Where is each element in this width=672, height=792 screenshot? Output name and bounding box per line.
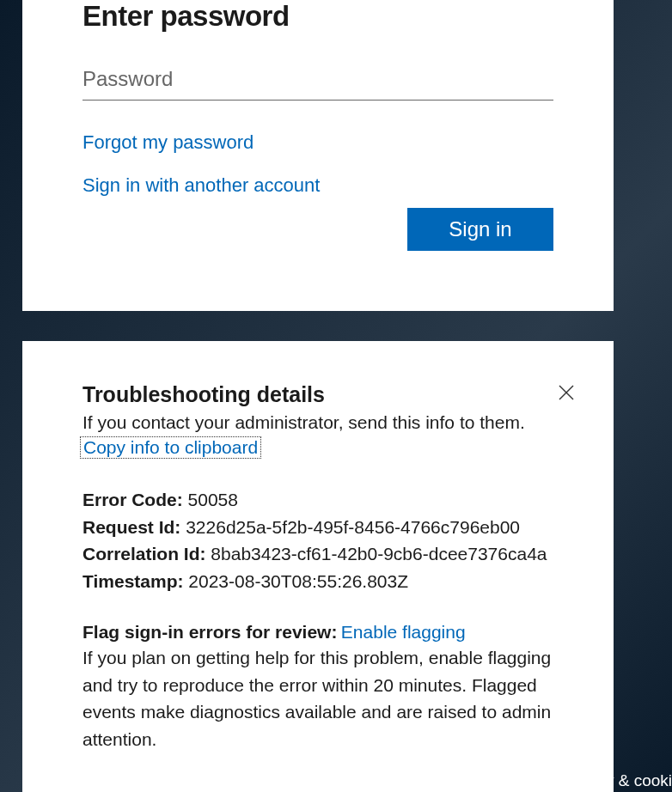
details-title: Troubleshooting details	[82, 382, 553, 407]
request-id-label: Request Id:	[82, 517, 180, 537]
correlation-id-row: Correlation Id: 8bab3423-cf61-42b0-9cb6-…	[82, 540, 553, 568]
flag-title: Flag sign-in errors for review:	[82, 622, 337, 642]
forgot-password-link[interactable]: Forgot my password	[82, 131, 254, 154]
request-id-value: 3226d25a-5f2b-495f-8456-4766c796eb00	[186, 517, 520, 537]
flag-description: If you plan on getting help for this pro…	[82, 644, 553, 752]
timestamp-row: Timestamp: 2023-08-30T08:55:26.803Z	[82, 568, 553, 595]
detail-list: Error Code: 50058 Request Id: 3226d25a-5…	[82, 486, 553, 594]
error-code-value: 50058	[188, 490, 238, 509]
timestamp-label: Timestamp:	[82, 571, 183, 591]
login-title: Enter password	[82, 0, 553, 33]
signin-button[interactable]: Sign in	[407, 208, 553, 251]
privacy-link[interactable]: Privacy & cooki	[560, 771, 672, 790]
login-card: Enter password Forgot my password Sign i…	[22, 0, 614, 311]
copy-clipboard-link[interactable]: Copy info to clipboard	[80, 436, 261, 459]
another-account-link[interactable]: Sign in with another account	[82, 174, 320, 197]
close-icon[interactable]	[558, 384, 575, 401]
error-code-row: Error Code: 50058	[82, 486, 553, 514]
enable-flagging-link[interactable]: Enable flagging	[341, 622, 466, 642]
timestamp-value: 2023-08-30T08:55:26.803Z	[188, 571, 408, 591]
footer: Terms of use Privacy & cooki	[443, 771, 672, 790]
troubleshooting-card: Troubleshooting details If you contact y…	[22, 341, 614, 792]
error-code-label: Error Code:	[82, 490, 183, 509]
details-subtitle: If you contact your administrator, send …	[82, 412, 553, 433]
correlation-id-value: 8bab3423-cf61-42b0-9cb6-dcee7376ca4a	[211, 544, 547, 564]
request-id-row: Request Id: 3226d25a-5f2b-495f-8456-4766…	[82, 514, 553, 541]
correlation-id-label: Correlation Id:	[82, 544, 206, 564]
flag-section: Flag sign-in errors for review: Enable f…	[82, 622, 553, 752]
password-input[interactable]	[82, 64, 553, 101]
terms-link[interactable]: Terms of use	[443, 771, 536, 790]
